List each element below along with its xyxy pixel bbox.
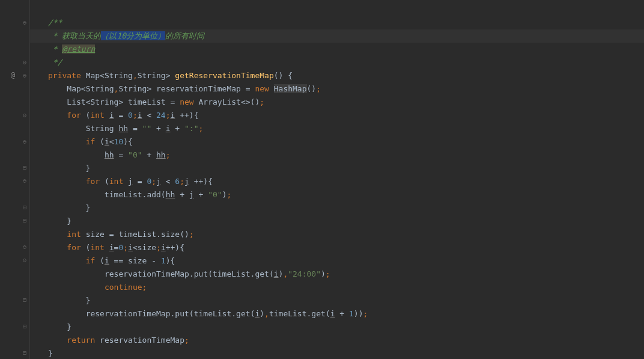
override-icon[interactable]: @ — [11, 69, 15, 82]
code-line: } — [48, 321, 644, 334]
fold-marker-icon[interactable]: ⊖ — [23, 241, 29, 247]
code-line: timeList.add(hh + j + "0"); — [48, 188, 644, 201]
code-line: } — [48, 347, 644, 359]
code-line: if (i == size - 1){ — [48, 254, 644, 268]
code-line: reservationTimeMap.put(timeList.get(i),"… — [48, 268, 644, 281]
code-line: * @return — [48, 43, 644, 56]
code-line: /** — [48, 16, 644, 29]
code-line: hh = "0" + hh; — [48, 149, 644, 162]
fold-marker-icon[interactable]: ⊖ — [23, 174, 29, 180]
code-line: for (int i = 0;i < 24;i ++){ — [48, 109, 644, 122]
code-line: String hh = "" + i + ":"; — [48, 122, 644, 135]
code-line: int size = timeList.size(); — [48, 228, 644, 241]
code-line — [48, 3, 644, 16]
fold-marker-icon[interactable]: ⊖ — [23, 56, 29, 62]
fold-end-icon[interactable]: ⊟ — [23, 293, 29, 299]
code-line: continue; — [48, 281, 644, 294]
code-line: } — [48, 162, 644, 175]
code-line: } — [48, 215, 644, 228]
fold-end-icon[interactable]: ⊟ — [23, 320, 29, 326]
code-line: */ — [48, 56, 644, 69]
code-line: if (i<10){ — [48, 135, 644, 149]
code-line: } — [48, 201, 644, 215]
fold-marker-icon[interactable]: ⊖ — [23, 16, 29, 22]
code-line: reservationTimeMap.put(timeList.get(i),t… — [48, 307, 644, 321]
code-line: List<String> timeList = new ArrayList<>(… — [48, 96, 644, 109]
code-content[interactable]: /** * 获取当天的（以10分为单位）的所有时间 * @return */ p… — [30, 0, 644, 359]
code-line: Map<String,String> reservationTimeMap = … — [48, 82, 644, 96]
code-line: for (int i=0;i<size;i++){ — [48, 241, 644, 254]
code-editor[interactable]: ⊖ ⊖ @ ⊖ ⊖ ⊖ ⊟ ⊖ ⊟ ⊟ ⊖ ⊖ ⊟ ⊟ ⊟ 💡 /** * 获取… — [0, 0, 644, 359]
code-line: for (int j = 0;j < 6;j ++){ — [48, 175, 644, 188]
fold-end-icon[interactable]: ⊟ — [23, 214, 29, 220]
code-line: return reservationTimeMap; — [48, 334, 644, 347]
code-line: private Map<String,String> getReservatio… — [48, 69, 644, 82]
code-line: } — [48, 294, 644, 307]
fold-end-icon[interactable]: ⊟ — [23, 201, 29, 207]
code-line: * 获取当天的（以10分为单位）的所有时间 — [30, 29, 644, 43]
fold-marker-icon[interactable]: ⊖ — [23, 109, 29, 115]
editor-gutter: ⊖ ⊖ @ ⊖ ⊖ ⊖ ⊟ ⊖ ⊟ ⊟ ⊖ ⊖ ⊟ ⊟ ⊟ — [0, 0, 30, 359]
fold-end-icon[interactable]: ⊟ — [23, 161, 29, 167]
fold-marker-icon[interactable]: ⊖ — [23, 254, 29, 260]
fold-marker-icon[interactable]: ⊖ — [23, 69, 29, 75]
fold-marker-icon[interactable]: ⊖ — [23, 135, 29, 141]
fold-end-icon[interactable]: ⊟ — [23, 346, 29, 352]
